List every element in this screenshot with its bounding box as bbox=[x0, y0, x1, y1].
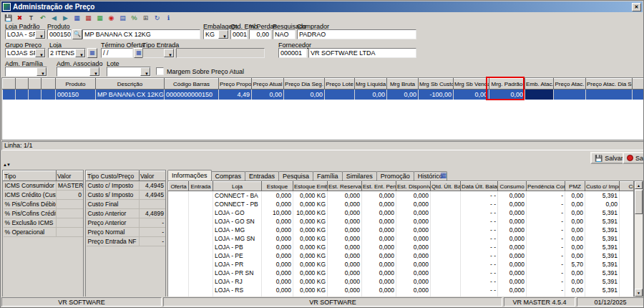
cell[interactable]: 0,000 bbox=[262, 200, 293, 208]
cell[interactable]: 0,00 bbox=[565, 269, 585, 277]
cell[interactable]: LOJA - GO SN bbox=[213, 217, 262, 226]
cell[interactable] bbox=[16, 90, 29, 100]
cell[interactable]: - bbox=[527, 191, 565, 200]
cell[interactable]: 0,000 bbox=[498, 251, 527, 260]
cell[interactable]: - - bbox=[461, 191, 498, 200]
cell[interactable]: 0,000 bbox=[328, 226, 362, 234]
cell[interactable]: 0,00 bbox=[252, 90, 284, 100]
column-header[interactable]: Oferta bbox=[169, 182, 189, 191]
cell[interactable]: LOJA - PR bbox=[213, 260, 262, 269]
cell[interactable] bbox=[620, 226, 635, 234]
cell[interactable]: 0,000 bbox=[396, 277, 431, 286]
column-header[interactable] bbox=[42, 79, 56, 90]
cell[interactable]: 0,000 bbox=[362, 217, 396, 226]
cell[interactable]: 0,000 bbox=[362, 191, 396, 200]
cell[interactable] bbox=[431, 208, 461, 217]
cell[interactable]: - - bbox=[461, 286, 498, 294]
column-header[interactable]: Preço Lote bbox=[325, 79, 355, 90]
produto-code-input[interactable]: 000150 bbox=[47, 29, 72, 39]
cell[interactable]: 0,00 bbox=[565, 243, 585, 251]
cell[interactable] bbox=[620, 251, 635, 260]
cell[interactable]: 0,00 bbox=[565, 208, 585, 217]
cell[interactable] bbox=[169, 251, 189, 260]
cell[interactable]: 0,00 bbox=[565, 286, 585, 294]
cell[interactable] bbox=[586, 90, 633, 100]
cell[interactable]: - - bbox=[461, 200, 498, 208]
product-search-button[interactable]: 🔍 bbox=[72, 29, 82, 39]
cell[interactable]: 0,00 bbox=[565, 191, 585, 200]
cost-row[interactable]: Preço Anterior- bbox=[87, 218, 166, 228]
cell[interactable]: - bbox=[527, 243, 565, 251]
cell[interactable] bbox=[620, 217, 635, 226]
tab-compras[interactable]: Compras bbox=[211, 171, 246, 181]
tax-row[interactable]: % Operacional bbox=[4, 228, 84, 237]
cell[interactable]: 0,000 KG bbox=[293, 234, 328, 243]
cell[interactable]: 0,00 bbox=[565, 200, 585, 208]
column-header[interactable]: Loja bbox=[213, 182, 262, 191]
column-header[interactable]: Produto bbox=[56, 79, 96, 90]
column-header[interactable]: Valor bbox=[140, 171, 166, 181]
cell[interactable] bbox=[633, 90, 644, 100]
cell[interactable]: 0,000 bbox=[396, 217, 431, 226]
column-header[interactable]: Consumo bbox=[498, 182, 527, 191]
column-header[interactable]: Preço Atual bbox=[252, 79, 284, 90]
cell[interactable]: 0,000 bbox=[396, 191, 431, 200]
tax-row[interactable]: % Pis/Cofins Crédito bbox=[4, 209, 84, 218]
cell[interactable]: 0,000 bbox=[396, 243, 431, 251]
cell[interactable] bbox=[431, 226, 461, 234]
cell[interactable]: 0,000 bbox=[396, 286, 431, 294]
column-header[interactable]: PMZ bbox=[565, 182, 585, 191]
cell[interactable] bbox=[189, 251, 213, 260]
cell[interactable] bbox=[169, 277, 189, 286]
cell[interactable] bbox=[431, 269, 461, 277]
column-header[interactable]: Data Últ. Balanço bbox=[461, 182, 498, 191]
embalagem-select[interactable]: KG bbox=[203, 29, 229, 39]
cell[interactable] bbox=[431, 217, 461, 226]
cell[interactable] bbox=[189, 243, 213, 251]
column-header[interactable]: Mrg Bruta bbox=[387, 79, 419, 90]
cell[interactable]: 5,391 bbox=[585, 286, 620, 294]
cost-row[interactable]: Custo Anterior4,4899 bbox=[87, 209, 166, 218]
stock-row[interactable]: LOJA - MG0,0000,000 KG0,0000,0000,000- -… bbox=[169, 226, 635, 234]
column-header[interactable]: Est. Reservado bbox=[328, 182, 362, 191]
cell[interactable]: 0,00 bbox=[585, 200, 620, 208]
lote-select[interactable] bbox=[107, 67, 151, 77]
cell[interactable]: - bbox=[527, 226, 565, 234]
cell[interactable]: - bbox=[527, 217, 565, 226]
cell[interactable]: - bbox=[527, 208, 565, 217]
column-header[interactable]: Est. Ent. Pend. bbox=[362, 182, 396, 191]
cell[interactable]: 0,000 KG bbox=[293, 251, 328, 260]
cell[interactable]: MP BANANA CX 12KG bbox=[96, 90, 165, 100]
cell[interactable]: 0,000 bbox=[262, 269, 293, 277]
cost-row[interactable]: Preço Normal- bbox=[87, 228, 166, 237]
cell[interactable]: 0,000 bbox=[362, 243, 396, 251]
cell[interactable]: 0,000 bbox=[362, 286, 396, 294]
cell[interactable]: 0,000 bbox=[396, 226, 431, 234]
cell[interactable]: 0,000 bbox=[362, 277, 396, 286]
cell[interactable]: - bbox=[527, 260, 565, 269]
cell[interactable]: 0,000 bbox=[262, 243, 293, 251]
column-header[interactable]: Tipo bbox=[4, 171, 57, 181]
cell[interactable]: 5,391 bbox=[585, 243, 620, 251]
cell[interactable]: 5,391 bbox=[585, 277, 620, 286]
cell[interactable]: CONNECT - PB bbox=[213, 200, 262, 208]
cell[interactable]: 0,000 bbox=[262, 226, 293, 234]
column-header[interactable]: Preço Atac. bbox=[554, 79, 586, 90]
cell[interactable]: 0,000 bbox=[262, 260, 293, 269]
cell[interactable]: LOJA - MG bbox=[213, 226, 262, 234]
column-header[interactable]: Estoque bbox=[262, 182, 293, 191]
cost-row[interactable]: Custo c/ Imposto4,4945 bbox=[87, 181, 166, 191]
cell[interactable]: 0,000 bbox=[498, 217, 527, 226]
stock-grid-scrollbar[interactable]: ▲ ▼ bbox=[634, 181, 643, 297]
cell[interactable]: - bbox=[527, 234, 565, 243]
cell[interactable] bbox=[169, 200, 189, 208]
cell[interactable] bbox=[169, 260, 189, 269]
cell[interactable]: 0,000 bbox=[396, 260, 431, 269]
cell[interactable]: 0,000 bbox=[328, 208, 362, 217]
tax-row[interactable]: % Pis/Cofins Débito bbox=[4, 200, 84, 209]
cell[interactable]: 0,000 bbox=[498, 208, 527, 217]
column-header[interactable]: Pendência Compra bbox=[527, 182, 565, 191]
column-header[interactable] bbox=[16, 79, 29, 90]
tab-informacoes[interactable]: Informações bbox=[167, 170, 212, 181]
cell[interactable] bbox=[620, 277, 635, 286]
